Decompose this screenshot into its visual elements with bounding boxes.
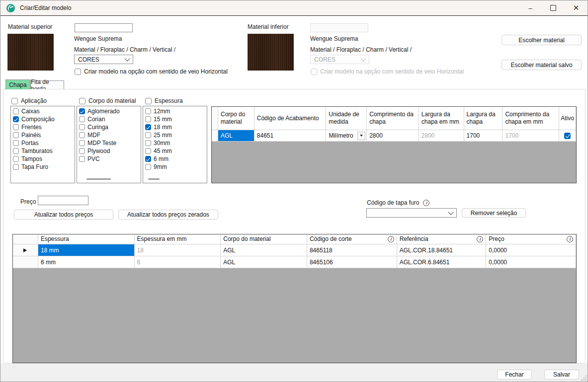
checkbox-icon[interactable]	[79, 156, 85, 162]
checkbox-icon[interactable]	[145, 132, 151, 138]
tapa-furo-select[interactable]	[366, 208, 457, 218]
column-header-largura-mm[interactable]: Largura da chapa em mm	[419, 107, 464, 130]
cell-comprimento[interactable]: 2800	[367, 130, 419, 142]
cell-referencia[interactable]: AGL.COR.18.84651	[397, 244, 487, 256]
info-icon[interactable]: i	[423, 200, 429, 206]
espessura-hscrollbar[interactable]	[144, 177, 206, 181]
checkbox-icon[interactable]	[79, 132, 85, 138]
checkbox-icon[interactable]	[13, 156, 19, 162]
column-header-espessura-mm[interactable]: Espessura em mm	[135, 234, 221, 244]
filter-aplicacao-header[interactable]: Aplicação	[11, 97, 47, 104]
corpo-material-item[interactable]: MDP Teste	[78, 139, 141, 147]
remover-selecao-button[interactable]: Remover seleção	[462, 208, 526, 218]
corpo-material-item[interactable]: Curinga	[78, 123, 141, 131]
column-header-referencia[interactable]: Referência i	[397, 234, 487, 244]
checkbox-icon[interactable]	[145, 156, 151, 162]
espessura-item[interactable]: 15 mm	[144, 115, 207, 123]
column-header-corpo[interactable]: Corpo do material	[221, 234, 307, 244]
checkbox-icon[interactable]	[145, 116, 151, 122]
column-header-preco[interactable]: Preço i	[486, 234, 576, 244]
aplicacao-item[interactable]: Painéis	[12, 131, 75, 139]
minimize-button[interactable]: –	[519, 0, 542, 15]
material-inferior-texture[interactable]	[248, 34, 294, 71]
scrollbar-thumb[interactable]	[148, 178, 160, 180]
tab-chapa[interactable]: Chapa	[5, 79, 30, 89]
row-header[interactable]	[212, 130, 218, 142]
escolher-material-salvo-button[interactable]: Escolher material salvo	[502, 60, 582, 70]
cell-preco[interactable]: 0,0000	[486, 244, 576, 256]
dropdown-button-icon[interactable]	[357, 132, 365, 140]
espessura-item[interactable]: 45 mm	[144, 147, 207, 155]
cell-espessura[interactable]: 6 mm	[38, 256, 135, 268]
maximize-button[interactable]	[542, 0, 565, 15]
espessura-item[interactable]: 25 mm	[144, 131, 207, 139]
result-grid-row[interactable]: 18 mm 18 AGL 8465118 AGL.COR.18.84651 0,…	[13, 244, 576, 256]
info-icon[interactable]: i	[388, 236, 394, 242]
espessura-item[interactable]: 12mm	[144, 107, 207, 115]
cell-unidade-combobox[interactable]: Milímetro	[326, 130, 367, 142]
sheet-grid-row[interactable]: AGL 84651 Milímetro 2800 2800 1700 1700	[212, 130, 576, 142]
ativo-checkbox[interactable]	[564, 133, 571, 139]
row-header-current[interactable]	[13, 244, 38, 256]
checkbox-icon[interactable]	[13, 108, 19, 114]
espessura-item[interactable]: 6 mm	[144, 155, 207, 163]
espessura-item[interactable]: 9mm	[144, 163, 207, 171]
corpo-material-item[interactable]: MDF	[78, 131, 141, 139]
result-grid-row[interactable]: 6 mm 6 AGL 8465106 AGL.COR.6.84651 0,000…	[13, 256, 576, 268]
checkbox-icon[interactable]	[13, 148, 19, 154]
cell-corpo[interactable]: AGL	[218, 130, 254, 142]
material-superior-texture[interactable]	[7, 34, 54, 71]
info-icon[interactable]: i	[477, 236, 483, 242]
checkbox-icon[interactable]	[13, 140, 19, 146]
checkbox-icon[interactable]	[13, 164, 19, 170]
atualizar-precos-zerados-button[interactable]: Atualizar todos preços zerados	[118, 210, 218, 220]
aplicacao-item[interactable]: Portas	[12, 139, 75, 147]
aplicacao-item[interactable]: Tamburatos	[12, 147, 75, 155]
info-icon[interactable]: i	[567, 236, 573, 242]
fechar-button[interactable]: Fechar	[497, 370, 532, 380]
checkbox-icon[interactable]	[145, 124, 151, 130]
scrollbar-thumb[interactable]	[86, 178, 111, 180]
resize-grip[interactable]	[581, 375, 587, 381]
checkbox-icon[interactable]	[79, 108, 85, 114]
checkbox-icon[interactable]	[145, 140, 151, 146]
row-header[interactable]	[13, 256, 38, 268]
checkbox-icon[interactable]	[145, 148, 151, 154]
corpo-material-item[interactable]: PVC	[78, 155, 141, 163]
checkbox-icon[interactable]	[79, 98, 85, 104]
checkbox-icon[interactable]	[145, 164, 151, 170]
cell-codigo-corte[interactable]: 8465106	[307, 256, 397, 268]
corpo-material-item[interactable]: Plywood	[78, 147, 141, 155]
close-button[interactable]: ✕	[565, 0, 588, 15]
escolher-material-button[interactable]: Escolher material	[502, 35, 582, 45]
checkbox-icon[interactable]	[145, 108, 151, 114]
checkbox-icon[interactable]	[79, 140, 85, 146]
cell-corpo[interactable]: AGL	[221, 256, 307, 268]
veio-horizontal-superior-checkbox[interactable]: Criar modelo na opção com sentido de vei…	[75, 68, 228, 75]
corpo-material-item[interactable]: Corian	[78, 115, 141, 123]
tab-fita-de-borda[interactable]: Fita de borda	[30, 80, 64, 89]
column-header-comprimento-mm[interactable]: Comprimento da chapa em mm	[503, 107, 559, 130]
filter-corpo-material-header[interactable]: Corpo do material	[79, 97, 136, 104]
checkbox-icon[interactable]	[79, 124, 85, 130]
column-header-espessura[interactable]: Espessura	[38, 234, 135, 244]
preco-input[interactable]	[38, 196, 88, 205]
column-header-comprimento[interactable]: Comprimento da chapa	[367, 107, 419, 130]
column-header-corpo[interactable]: Corpo do material	[218, 107, 254, 130]
checkbox-icon[interactable]	[75, 69, 81, 75]
cell-espessura[interactable]: 18 mm	[38, 244, 135, 256]
column-header-codigo-acabamento[interactable]: Código de Acabamento	[254, 107, 327, 130]
checkbox-icon[interactable]	[13, 116, 19, 122]
espessura-item[interactable]: 30mm	[144, 139, 207, 147]
atualizar-todos-precos-button[interactable]: Atualizar todos preços	[14, 210, 113, 220]
salvar-button[interactable]: Salvar	[544, 370, 579, 380]
corpo-material-hscrollbar[interactable]	[78, 177, 140, 181]
checkbox-icon[interactable]	[13, 124, 19, 130]
checkbox-icon[interactable]	[11, 98, 18, 104]
cell-largura[interactable]: 1700	[464, 130, 503, 142]
cell-codigo-acabamento[interactable]: 84651	[254, 130, 327, 142]
aplicacao-item[interactable]: Tampos	[12, 155, 75, 163]
cell-codigo-corte[interactable]: 8465118	[307, 244, 397, 256]
column-header-unidade[interactable]: Unidade de medida	[326, 107, 367, 130]
espessura-item[interactable]: 18 mm	[144, 123, 207, 131]
